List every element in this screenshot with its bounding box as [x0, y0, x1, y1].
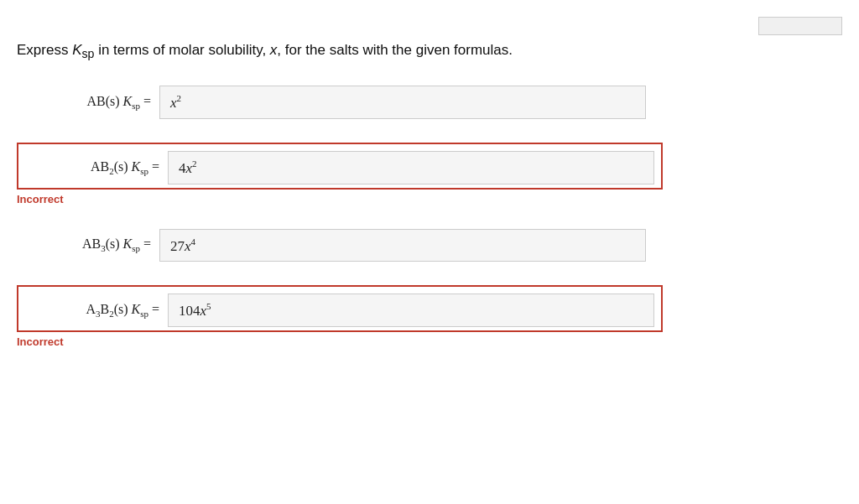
answer-AB3[interactable]: 27x4	[159, 229, 646, 262]
problem-A3B2: A3B2(s) Ksp = 104x5 Incorrect	[17, 285, 842, 348]
page-title: Express Ksp in terms of molar solubility…	[17, 42, 842, 60]
incorrect-border-A3B2: A3B2(s) Ksp = 104x5	[17, 285, 663, 332]
incorrect-border-AB2: AB2(s) Ksp = 4x2	[17, 143, 663, 190]
answer-A3B2[interactable]: 104x5	[168, 294, 654, 327]
label-AB3: AB3(s) Ksp =	[17, 236, 151, 253]
top-button[interactable]	[758, 17, 842, 35]
incorrect-label-AB2: Incorrect	[17, 193, 842, 205]
answer-AB2[interactable]: 4x2	[168, 151, 654, 184]
label-AB: AB(s) Ksp =	[17, 94, 151, 111]
problem-AB2: AB2(s) Ksp = 4x2 Incorrect	[17, 143, 842, 205]
problem-AB: AB(s) Ksp = x2	[17, 86, 842, 119]
incorrect-label-A3B2: Incorrect	[17, 335, 842, 348]
problem-AB3: AB3(s) Ksp = 27x4	[17, 229, 842, 262]
label-AB2: AB2(s) Ksp =	[25, 159, 159, 176]
answer-AB[interactable]: x2	[159, 86, 646, 119]
label-A3B2: A3B2(s) Ksp =	[25, 302, 159, 319]
